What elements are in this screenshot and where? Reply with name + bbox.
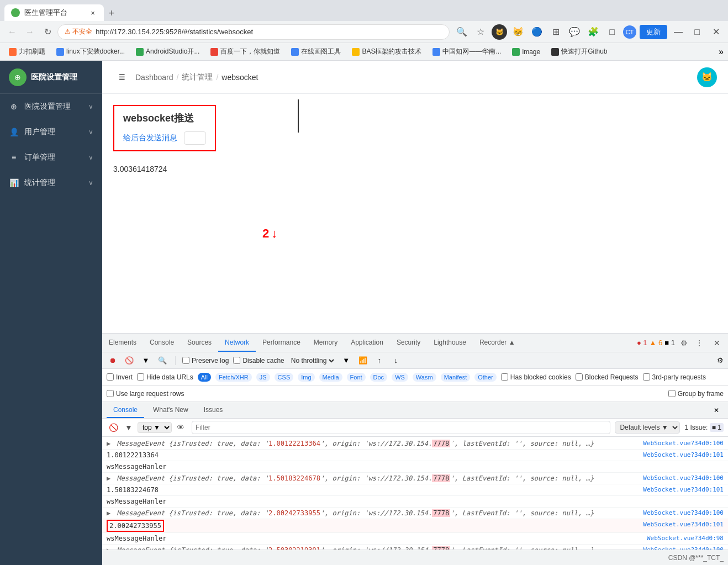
log-source-4[interactable]: WebSocket.vue?34d0:100 bbox=[643, 545, 724, 550]
bookmark-star[interactable]: ☆ bbox=[473, 24, 488, 40]
expand-arrow3[interactable]: ▶ bbox=[107, 509, 110, 517]
send-message-button[interactable]: 给后台发送消息 bbox=[123, 133, 177, 143]
blocked-req-checkbox[interactable]: Blocked Requests bbox=[576, 373, 639, 381]
update-button[interactable]: 更新 bbox=[640, 25, 667, 39]
devtools-tab-memory[interactable]: Memory bbox=[307, 334, 344, 352]
new-tab-button[interactable]: + bbox=[104, 6, 119, 21]
large-rows-input[interactable] bbox=[107, 390, 114, 397]
large-rows-checkbox[interactable]: Use large request rows bbox=[107, 390, 184, 398]
log-source-2[interactable]: WebSocket.vue?34d0:100 bbox=[643, 473, 724, 483]
disable-cache-checkbox[interactable]: Disable cache bbox=[233, 357, 284, 365]
filter-wasm[interactable]: Wasm bbox=[413, 373, 436, 382]
group-by-frame-checkbox[interactable]: Group by frame bbox=[668, 390, 724, 398]
hamburger-button[interactable]: ☰ bbox=[113, 68, 131, 86]
bookmark-docker[interactable]: linux下安装docker... bbox=[52, 46, 129, 57]
filter-img[interactable]: Img bbox=[298, 373, 314, 382]
preserve-log-input[interactable] bbox=[182, 357, 189, 364]
console-close-icon[interactable]: ✕ bbox=[709, 406, 724, 414]
console-clear-icon[interactable]: 🚫 bbox=[107, 421, 120, 434]
disable-cache-input[interactable] bbox=[233, 357, 240, 364]
devtools-tab-recorder[interactable]: Recorder ▲ bbox=[473, 334, 522, 352]
sidebar-item-orders[interactable]: ≡ 订单管理 ∨ bbox=[0, 145, 102, 170]
group-by-frame-input[interactable] bbox=[668, 390, 676, 397]
third-party-checkbox[interactable]: 3rd-party requests bbox=[643, 373, 706, 381]
puzzle-icon[interactable]: 🧩 bbox=[585, 24, 601, 40]
console-filter-input[interactable] bbox=[192, 421, 610, 434]
download-icon[interactable]: ↓ bbox=[390, 355, 402, 367]
bookmark-baidu[interactable]: 百度一下，你就知道 bbox=[206, 46, 284, 57]
devtools-tab-sources[interactable]: Sources bbox=[181, 334, 218, 352]
filter-manifest[interactable]: Manifest bbox=[441, 373, 471, 382]
devtools-tab-elements[interactable]: Elements bbox=[102, 334, 143, 352]
devtools-close-button[interactable]: ✕ bbox=[710, 336, 724, 350]
record-button[interactable]: ⏺ bbox=[107, 355, 119, 367]
sidebar-toggle[interactable]: □ bbox=[604, 24, 620, 40]
devtools-settings2[interactable]: ⚙ bbox=[717, 356, 724, 365]
catppuccin-icon[interactable]: 😸 bbox=[510, 24, 526, 40]
filter-doc[interactable]: Doc bbox=[370, 373, 388, 382]
filter-js[interactable]: JS bbox=[256, 373, 270, 382]
ct-icon[interactable]: CT bbox=[623, 25, 636, 39]
preserve-log-checkbox[interactable]: Preserve log bbox=[182, 357, 229, 365]
hide-data-urls-input[interactable] bbox=[137, 373, 144, 381]
throttle-arrow-icon[interactable]: ▼ bbox=[340, 355, 352, 367]
refresh-button[interactable]: ↻ bbox=[40, 24, 55, 40]
console-filter-icon[interactable]: ▼ bbox=[122, 421, 135, 434]
chat-icon[interactable]: 💬 bbox=[567, 24, 582, 40]
level-select[interactable]: Default levels ▼ bbox=[615, 421, 680, 434]
user-avatar[interactable]: 🐱 bbox=[697, 67, 717, 87]
sidebar-item-stats[interactable]: 📊 统计管理 ∨ bbox=[0, 170, 102, 196]
filter-media[interactable]: Media bbox=[319, 373, 342, 382]
devtools-tab-console[interactable]: Console bbox=[143, 334, 181, 352]
devtools-tab-security[interactable]: Security bbox=[390, 334, 427, 352]
minimize-icon[interactable]: — bbox=[671, 24, 686, 40]
address-bar[interactable]: ⚠ 不安全 http://172.30.154.225:9528/#/stati… bbox=[57, 24, 450, 40]
bookmark-bas[interactable]: BAS框架的攻击技术 bbox=[347, 46, 426, 57]
log-source-val3[interactable]: WebSocket.vue?34d0:101 bbox=[643, 520, 724, 530]
filter-fetch-xhr[interactable]: Fetch/XHR bbox=[215, 373, 252, 382]
bookmark-github[interactable]: 快速打开Github bbox=[547, 46, 611, 57]
search-button[interactable]: 🔍 bbox=[156, 355, 168, 367]
bookmark-android[interactable]: AndroidStudio开... bbox=[131, 46, 204, 57]
bookmark-cnki[interactable]: 中国知网——华南... bbox=[428, 46, 505, 57]
input-field[interactable] bbox=[184, 131, 206, 145]
console-tab-issues[interactable]: Issues bbox=[197, 402, 230, 418]
invert-input[interactable] bbox=[107, 373, 114, 381]
filter-all[interactable]: All bbox=[198, 373, 211, 382]
console-tab-whats-new[interactable]: What's New bbox=[146, 402, 195, 418]
devtools-more-icon[interactable]: ⋮ bbox=[693, 336, 706, 350]
has-blocked-checkbox[interactable]: Has blocked cookies bbox=[501, 373, 571, 381]
devtools-settings-icon[interactable]: ⚙ bbox=[677, 336, 690, 350]
filter-font[interactable]: Font bbox=[347, 373, 366, 382]
top-context-select[interactable]: top ▼ bbox=[138, 422, 172, 433]
bookmark-leetcode[interactable]: 力扣刷题 bbox=[4, 46, 50, 57]
search-icon[interactable]: 🔍 bbox=[454, 24, 469, 40]
invert-checkbox[interactable]: Invert bbox=[107, 373, 133, 381]
tab-close-btn[interactable]: × bbox=[88, 8, 97, 17]
log-source-handler3[interactable]: WebSocket.vue?34d0:98 bbox=[647, 534, 724, 543]
devtools-tab-network[interactable]: Network bbox=[218, 334, 256, 352]
devtools-tab-performance[interactable]: Performance bbox=[256, 334, 307, 352]
expand-arrow2[interactable]: ▶ bbox=[107, 474, 110, 482]
profile-icon[interactable]: 🐱 bbox=[492, 24, 507, 40]
has-blocked-input[interactable] bbox=[501, 373, 508, 381]
hide-data-urls-checkbox[interactable]: Hide data URLs bbox=[137, 373, 193, 381]
back-button[interactable]: ← bbox=[4, 24, 20, 40]
maximize-icon[interactable]: □ bbox=[689, 24, 705, 40]
wifi-icon[interactable]: 📶 bbox=[357, 355, 369, 367]
filter-ws[interactable]: WS bbox=[392, 373, 408, 382]
active-tab[interactable]: 医生管理平台 × bbox=[4, 4, 104, 21]
apps-icon[interactable]: ⊞ bbox=[548, 24, 563, 40]
sidebar-item-users[interactable]: 👤 用户管理 ∨ bbox=[0, 119, 102, 145]
filter-css[interactable]: CSS bbox=[275, 373, 294, 382]
forward-button[interactable]: → bbox=[22, 24, 38, 40]
filter-button[interactable]: ▼ bbox=[140, 355, 152, 367]
filter-other[interactable]: Other bbox=[474, 373, 497, 382]
log-source-val2[interactable]: WebSocket.vue?34d0:101 bbox=[643, 485, 724, 495]
window-close-icon[interactable]: ✕ bbox=[708, 24, 724, 40]
console-tab-console[interactable]: Console bbox=[107, 402, 144, 418]
log-source-val1[interactable]: WebSocket.vue?34d0:101 bbox=[643, 450, 724, 460]
devtools-tab-application[interactable]: Application bbox=[344, 334, 390, 352]
log-source-3[interactable]: WebSocket.vue?34d0:100 bbox=[643, 508, 724, 518]
upload-icon[interactable]: ↑ bbox=[373, 355, 386, 367]
